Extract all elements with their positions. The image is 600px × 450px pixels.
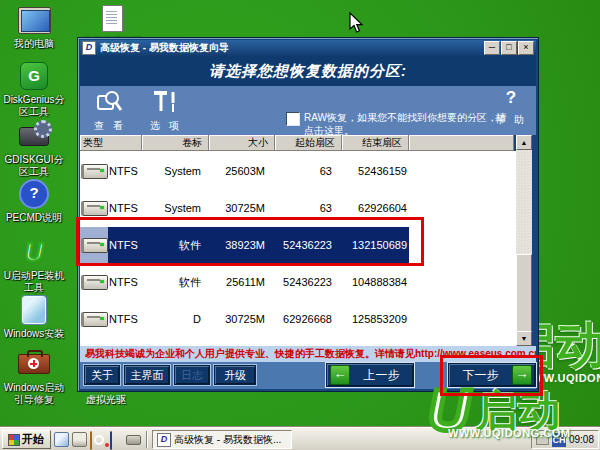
about-button[interactable]: 关于	[84, 365, 120, 385]
desktop: U启动 WWW.UQIDONG.COM 我的电脑 常见问题说明 G DiskGe…	[0, 0, 600, 450]
cell-label: System	[142, 153, 209, 189]
document-icon	[102, 5, 123, 32]
desktop-icon-label: PECMD说明	[2, 212, 66, 224]
help-label: 帮 助	[494, 113, 528, 127]
scroll-up-button[interactable]: ▲	[516, 135, 532, 150]
tools-icon	[153, 100, 179, 117]
disk-gear-icon	[19, 127, 49, 146]
main-ui-button[interactable]: 主界面	[124, 365, 170, 385]
app-icon: D	[157, 433, 171, 447]
close-button[interactable]: ×	[518, 41, 534, 55]
app-icon: D	[82, 41, 96, 55]
column-header-start[interactable]: 起始扇区	[275, 135, 342, 151]
desktop-icon-label: U启动PE装机工具	[2, 270, 66, 294]
table-row[interactable]: NTFS 软件 25611M 52436223 104888384	[80, 264, 516, 300]
desktop-icon-label: Windows启动引导修复	[2, 382, 66, 406]
desktop-icon-label: DiskGenius分区工具	[2, 94, 66, 118]
raw-recovery-text[interactable]: RAW恢复，如果您不能找到你想要的分区，请点击这里。	[304, 111, 514, 137]
cell-label: D	[142, 301, 209, 337]
uqidong-logo-text: 启动	[476, 390, 560, 432]
raw-recovery-checkbox[interactable]	[286, 112, 300, 126]
vertical-scrollbar[interactable]: ▲ ▼	[516, 135, 532, 346]
desktop-icon-diskgenius[interactable]: G DiskGenius分区工具	[2, 60, 66, 118]
clock[interactable]: 09:08	[569, 434, 594, 445]
question-icon: ?	[494, 88, 528, 108]
search-folder-icon[interactable]	[90, 431, 92, 450]
maximize-button[interactable]: □	[501, 41, 517, 55]
question-badge-icon: ?	[19, 179, 49, 209]
column-header-filler	[409, 135, 514, 151]
toolbox-icon	[18, 354, 50, 374]
show-desktop-icon[interactable]	[54, 432, 69, 447]
desktop-icon-label: Windows安装	[2, 328, 66, 340]
computer-icon	[18, 7, 51, 34]
cell-type: NTFS	[108, 153, 142, 189]
options-button[interactable]: 选 项	[142, 89, 190, 132]
network-icon[interactable]	[110, 431, 112, 450]
desktop-icon-my-computer[interactable]: 我的电脑	[2, 4, 66, 50]
cell-type: NTFS	[108, 264, 142, 300]
desktop-icon-pecmd[interactable]: ? PECMD说明	[2, 178, 66, 224]
magnifier-disk-icon	[97, 100, 123, 117]
uqidong-url: WWW.UQIDONG.COM	[448, 427, 570, 439]
previous-step-button[interactable]: ← 上一步	[326, 363, 414, 387]
desktop-icon-gdiskgui[interactable]: GDISKGUI分区工具	[2, 120, 66, 178]
taskbar-separator	[146, 431, 147, 448]
title-bar[interactable]: D 高级恢复 - 易我数据恢复向导 ─ □ ×	[80, 40, 536, 56]
cell-size: 30725M	[209, 301, 275, 337]
cell-size: 25603M	[209, 153, 275, 189]
cell-end: 125853209	[342, 301, 409, 337]
installer-icon	[22, 296, 46, 324]
desktop-icon-ustart-pe[interactable]: U U启动PE装机工具	[2, 236, 66, 294]
column-header-end[interactable]: 结束扇区	[342, 135, 409, 151]
toolbar: 查 看 选 项 RAW恢复，如果您不能找到你想要的分区，请点击这里。 ? 帮 助	[80, 86, 536, 135]
previous-step-label: 上一步	[350, 367, 413, 384]
help-button[interactable]: ? 帮 助	[494, 88, 528, 127]
table-row[interactable]: NTFS System 25603M 63 52436159	[80, 153, 516, 189]
desktop-icon-windows-install[interactable]: Windows安装	[2, 294, 66, 340]
recovery-wizard-window: D 高级恢复 - 易我数据恢复向导 ─ □ × 请选择您想恢复数据的分区: 查 …	[77, 37, 539, 392]
drive-icon	[80, 264, 108, 300]
table-header: 类型 卷标 大小 起始扇区 结束扇区	[80, 135, 514, 151]
cell-end: 52436159	[342, 153, 409, 189]
view-button[interactable]: 查 看	[86, 89, 134, 132]
desktop-icon-label: 我的电脑	[2, 38, 66, 50]
start-button[interactable]: 开始	[2, 430, 51, 449]
table-row[interactable]: NTFS D 30725M 62926668 125853209	[80, 301, 516, 337]
column-header-label[interactable]: 卷标	[142, 135, 209, 151]
drive-icon	[80, 153, 108, 189]
task-button-label: 高级恢复 - 易我数据恢...	[174, 433, 281, 447]
view-label: 查 看	[86, 119, 134, 133]
scroll-down-button[interactable]: ▼	[516, 331, 532, 346]
cell-label: 软件	[142, 264, 209, 300]
drive-icon	[80, 301, 108, 337]
upgrade-button[interactable]: 升级	[214, 365, 256, 385]
cell-start: 52436223	[275, 264, 342, 300]
cell-start: 62926668	[275, 301, 342, 337]
options-label: 选 项	[142, 119, 190, 133]
window-title: 高级恢复 - 易我数据恢复向导	[100, 41, 483, 55]
desktop-icon-label: GDISKGUI分区工具	[2, 154, 66, 178]
column-header-type[interactable]: 类型	[80, 135, 142, 151]
drive-icon[interactable]	[126, 435, 141, 445]
log-button: 日志	[174, 365, 210, 385]
cell-type: NTFS	[108, 301, 142, 337]
mouse-cursor	[349, 12, 365, 38]
cell-end: 104888384	[342, 264, 409, 300]
start-label: 开始	[22, 432, 44, 447]
cell-start: 63	[275, 153, 342, 189]
start-icon	[9, 435, 19, 445]
column-header-size[interactable]: 大小	[209, 135, 275, 151]
task-button-recovery-wizard[interactable]: D 高级恢复 - 易我数据恢...	[152, 430, 292, 449]
arrow-left-icon: ←	[330, 365, 350, 385]
annotation-box-next-button	[440, 355, 543, 396]
annotation-box-selected-row	[76, 217, 424, 266]
u-logo-icon: U	[25, 238, 43, 267]
desktop-icon-boot-repair[interactable]: Windows启动引导修复	[2, 348, 66, 406]
minimize-button[interactable]: ─	[484, 41, 500, 55]
dialog-heading: 请选择您想恢复数据的分区:	[80, 56, 536, 86]
cell-size: 25611M	[209, 264, 275, 300]
printer-icon[interactable]	[72, 432, 87, 447]
desktop-icon-virtual-drive-label[interactable]: 虚拟光驱	[78, 393, 134, 407]
scrollbar-thumb[interactable]	[516, 254, 532, 340]
